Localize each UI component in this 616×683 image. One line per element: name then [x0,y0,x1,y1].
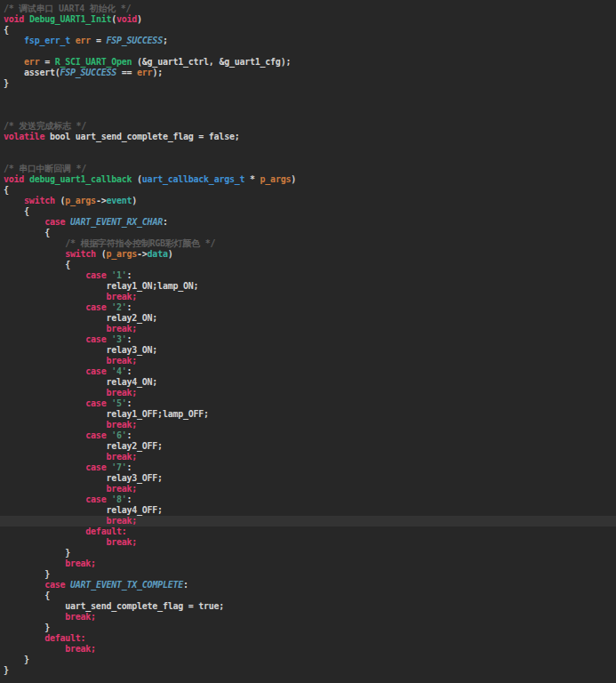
code-line[interactable]: break; [0,356,616,366]
token-plain-text: : [127,398,132,408]
code-line[interactable] [0,153,616,164]
code-line[interactable]: case '2': [0,302,616,313]
token-plain-text [4,366,85,376]
token-plain-text: } [4,655,29,664]
code-line[interactable]: /* 串口中断回调 */ [0,164,616,174]
code-line[interactable]: break; [0,558,616,569]
code-line[interactable]: case '7': [0,462,616,473]
token-plain-text [4,633,44,643]
token-macro-enum: FSP_SUCCESS [106,36,162,45]
code-line[interactable]: /* 调试串口 UART4 初始化 */ [0,4,616,14]
code-line[interactable]: } [0,665,616,676]
code-line[interactable]: switch (p_args->event) [0,196,616,206]
code-line[interactable]: break; [0,292,616,302]
token-plain-text: bool uart_send_complete_flag = false; [44,132,239,141]
token-plain-text: relay2_ON; [4,313,157,323]
code-line[interactable]: default: [0,633,616,644]
code-line[interactable]: { [0,206,616,217]
code-line[interactable]: break; [0,612,616,623]
code-editor[interactable]: /* 调试串口 UART4 初始化 */void Debug_UART1_Ini… [0,0,616,683]
code-line[interactable]: relay1_ON;lamp_ON; [0,281,616,292]
code-line[interactable]: break; [0,537,616,548]
token-plain-text [4,292,106,301]
code-line[interactable]: } [0,78,616,89]
code-line[interactable]: { [0,260,616,270]
code-line[interactable]: break; [0,452,616,462]
token-plain-text: ( [96,249,107,259]
code-line[interactable]: case '5': [0,398,616,409]
code-line[interactable] [0,142,616,153]
code-line[interactable]: uart_send_complete_flag = true; [0,601,616,612]
code-line[interactable]: case '4': [0,366,616,377]
code-line[interactable]: case UART_EVENT_TX_COMPLETE: [0,580,616,591]
code-line[interactable]: default: [0,526,616,537]
code-line[interactable] [0,110,616,121]
code-line[interactable]: break; [0,484,616,494]
code-line[interactable]: case '3': [0,334,616,345]
code-line[interactable]: case UART_EVENT_RX_CHAR: [0,217,616,228]
code-line[interactable]: { [0,185,616,196]
token-plain-text: : [127,302,132,312]
token-plain-text: ) [168,249,173,259]
token-comment: /* 串口中断回调 */ [4,164,86,173]
code-line[interactable]: break; [0,420,616,430]
token-plain-text [4,324,106,333]
token-type-name: uart_callback_args_t [142,174,244,184]
code-line[interactable]: relay4_ON; [0,377,616,388]
code-line[interactable]: break; [0,644,616,655]
code-line[interactable]: relay1_OFF;lamp_OFF; [0,409,616,420]
code-line[interactable]: } [0,623,616,633]
token-plain-text: relay4_OFF; [4,505,163,515]
code-line[interactable]: case '1': [0,270,616,281]
code-line[interactable]: break; [0,388,616,398]
code-line[interactable] [0,46,616,57]
token-plain-text: ( [55,196,66,205]
token-plain-text: ) [137,14,142,24]
code-line[interactable]: } [0,569,616,580]
token-plain-text [4,494,85,504]
code-line[interactable] [0,100,616,110]
token-keyword: break; [106,356,137,366]
code-line[interactable]: volatile bool uart_send_complete_flag = … [0,132,616,142]
code-line[interactable]: void Debug_UART1_Init(void) [0,14,616,25]
token-comment: /* 调试串口 UART4 初始化 */ [4,4,131,13]
token-type-name: fsp_err_t [24,36,70,45]
code-line[interactable]: } [0,548,616,558]
code-line[interactable]: /* 发送完成标志 */ [0,121,616,132]
code-line[interactable]: err = R_SCI_UART_Open (&g_uart1_ctrl, &g… [0,57,616,68]
code-line[interactable]: relay3_ON; [0,345,616,356]
code-line[interactable]: void debug_uart1_callback (uart_callback… [0,174,616,185]
token-keyword: case [85,270,106,280]
code-line[interactable]: relay2_OFF; [0,441,616,452]
token-comment: /* 根据字符指令控制RGB彩灯颜色 */ [65,238,215,248]
token-plain-text: * [244,174,260,184]
code-line[interactable]: case '6': [0,430,616,441]
code-line[interactable]: { [0,228,616,238]
token-plain-text: } [4,548,70,558]
code-line[interactable]: switch (p_args->data) [0,249,616,260]
code-line[interactable]: fsp_err_t err = FSP_SUCCESS; [0,36,616,46]
code-line[interactable] [0,89,616,100]
code-line[interactable]: case '8': [0,494,616,505]
token-plain-text [4,580,44,590]
code-line[interactable]: relay3_OFF; [0,473,616,484]
code-line[interactable]: break; [0,324,616,334]
token-plain-text [4,57,24,67]
token-plain-text: ) [132,196,137,205]
code-line-current[interactable]: break; [0,516,616,526]
code-line[interactable]: relay4_OFF; [0,505,616,516]
token-plain-text: { [4,228,50,237]
token-plain-text: = [39,57,54,67]
code-line[interactable]: } [0,655,616,665]
code-line[interactable]: /* 根据字符指令控制RGB彩灯颜色 */ [0,238,616,249]
token-keyword: case [85,494,106,504]
code-line[interactable]: { [0,591,616,601]
token-plain-text: { [4,260,70,269]
token-keyword: case [85,462,106,472]
token-plain-text [4,644,65,654]
token-keyword: break; [106,516,137,526]
code-line[interactable]: assert(FSP_SUCCESS == err); [0,68,616,78]
code-line[interactable]: { [0,25,616,36]
code-line[interactable]: relay2_ON; [0,313,616,324]
token-keyword: break; [106,292,137,301]
